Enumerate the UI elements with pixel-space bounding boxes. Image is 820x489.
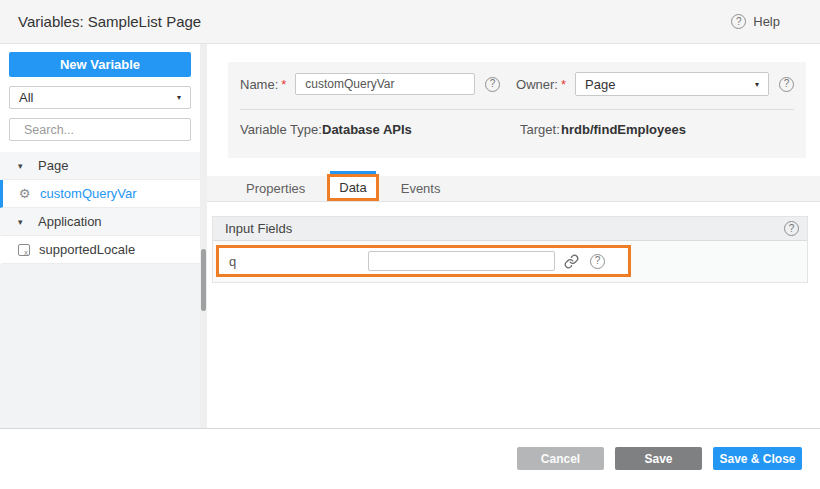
tab-data-wrapper: Data bbox=[327, 171, 378, 201]
required-asterisk: * bbox=[561, 77, 566, 92]
variables-dialog: Variables: SampleList Page ? Help New Va… bbox=[0, 0, 820, 489]
new-variable-button[interactable]: New Variable bbox=[9, 52, 191, 77]
annotation-highlight-input-row: q ? bbox=[216, 245, 631, 277]
owner-select[interactable]: Page ▾ bbox=[575, 72, 769, 96]
collapse-arrow-icon[interactable]: ▾ bbox=[18, 217, 29, 227]
field-name-label: q bbox=[229, 254, 237, 269]
variable-type-value: Database APIs bbox=[322, 122, 412, 137]
tree-group-application[interactable]: ▾ Application bbox=[0, 208, 200, 236]
collapse-arrow-icon[interactable]: ▾ bbox=[18, 161, 29, 171]
save-and-close-button[interactable]: Save & Close bbox=[713, 447, 802, 470]
tree-item-label: supportedLocale bbox=[39, 242, 135, 257]
dialog-header: Variables: SampleList Page ? Help bbox=[0, 0, 820, 44]
input-fields-help-icon[interactable]: ? bbox=[784, 221, 799, 236]
name-input[interactable] bbox=[295, 73, 475, 95]
variable-summary-panel: Name: * ? Owner: * Page ▾ ? bbox=[228, 62, 806, 158]
search-input[interactable] bbox=[24, 123, 185, 137]
field-value-input[interactable] bbox=[368, 251, 555, 271]
tab-properties[interactable]: Properties bbox=[232, 176, 319, 201]
type-target-row: Variable Type: Database APIs Target: hrd… bbox=[228, 122, 806, 142]
tree-group-label: Application bbox=[38, 214, 102, 229]
tree-group-label: Page bbox=[38, 158, 68, 173]
variable-detail-pane: Name: * ? Owner: * Page ▾ ? bbox=[207, 44, 820, 428]
owner-group: Owner: * Page ▾ ? bbox=[516, 72, 794, 96]
required-asterisk: * bbox=[281, 77, 286, 92]
tree-group-page[interactable]: ▾ Page bbox=[0, 152, 200, 180]
page-title: Variables: SampleList Page bbox=[18, 13, 201, 30]
name-label: Name: bbox=[240, 77, 278, 92]
variable-type-label: Variable Type: bbox=[240, 122, 322, 137]
field-help-icon[interactable]: ? bbox=[590, 254, 605, 269]
tab-data[interactable]: Data bbox=[327, 174, 378, 201]
dialog-body: New Variable All ▾ ▾ Page ⚙ customQueryV… bbox=[0, 44, 820, 428]
name-owner-row: Name: * ? Owner: * Page ▾ ? bbox=[228, 62, 806, 96]
tab-events[interactable]: Events bbox=[387, 176, 455, 201]
variables-sidebar: New Variable All ▾ ▾ Page ⚙ customQueryV… bbox=[0, 44, 200, 428]
target-value: hrdb/findEmployees bbox=[561, 122, 686, 137]
name-help-icon[interactable]: ? bbox=[485, 77, 500, 92]
input-fields-header: Input Fields ? bbox=[213, 217, 807, 241]
detail-tabs: Properties Data Events bbox=[207, 176, 820, 202]
cancel-button[interactable]: Cancel bbox=[517, 447, 604, 470]
tree-item-supportedlocale[interactable]: x supportedLocale bbox=[0, 236, 200, 264]
sidebar-controls: New Variable All ▾ bbox=[0, 44, 200, 152]
chevron-down-icon: ▾ bbox=[177, 93, 181, 102]
target-label: Target: bbox=[520, 122, 560, 137]
service-variable-gear-icon: ⚙ bbox=[18, 186, 31, 201]
panel-divider bbox=[240, 109, 794, 110]
scrollbar-thumb[interactable] bbox=[201, 249, 206, 311]
tree-item-customqueryvar[interactable]: ⚙ customQueryVar bbox=[0, 180, 200, 208]
tree-item-label: customQueryVar bbox=[40, 186, 137, 201]
owner-label: Owner: bbox=[516, 77, 558, 92]
input-fields-title: Input Fields bbox=[225, 221, 292, 236]
help-link[interactable]: ? Help bbox=[731, 14, 780, 29]
help-label: Help bbox=[753, 14, 780, 29]
sidebar-scrollbar[interactable] bbox=[200, 44, 207, 428]
chevron-down-icon: ▾ bbox=[755, 80, 759, 89]
variable-filter-select[interactable]: All ▾ bbox=[9, 86, 191, 109]
input-fields-body: q ? bbox=[213, 241, 807, 282]
input-fields-panel: Input Fields ? q ? bbox=[212, 216, 808, 283]
variable-filter-value: All bbox=[19, 90, 33, 105]
locale-document-icon: x bbox=[18, 244, 30, 256]
owner-help-icon[interactable]: ? bbox=[779, 77, 794, 92]
dialog-footer: Cancel Save Save & Close bbox=[0, 428, 820, 488]
variable-search[interactable] bbox=[9, 118, 191, 141]
save-button[interactable]: Save bbox=[615, 447, 702, 470]
bind-link-icon[interactable] bbox=[564, 254, 579, 269]
sidebar-empty-area bbox=[0, 264, 200, 428]
owner-select-value: Page bbox=[585, 77, 615, 92]
help-question-icon: ? bbox=[731, 14, 746, 29]
